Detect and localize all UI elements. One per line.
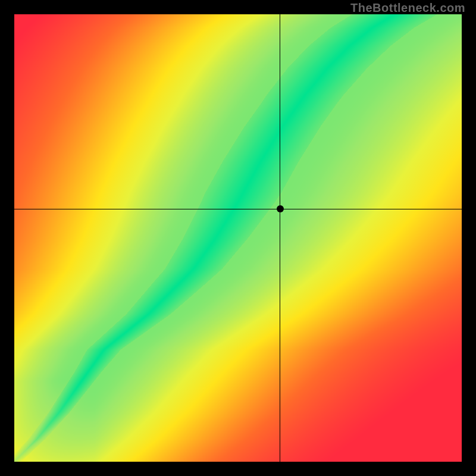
crosshair-horizontal [14,209,462,209]
heatmap-canvas [14,14,462,462]
watermark-text: TheBottleneck.com [350,1,465,15]
marker-dot [277,205,284,212]
crosshair-vertical [280,14,280,462]
chart-frame: TheBottleneck.com [0,0,476,476]
